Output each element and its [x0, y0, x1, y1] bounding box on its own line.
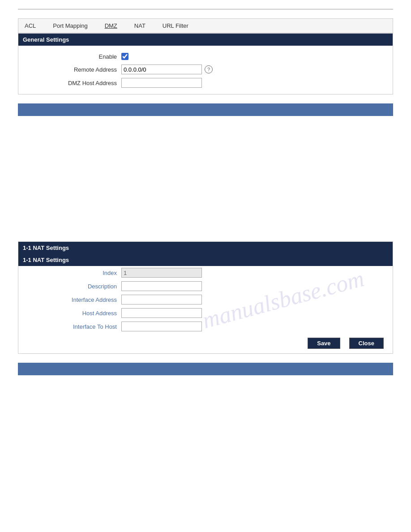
dmz-section-body: Enable Remote Address ? DMZ Host Address [18, 46, 393, 94]
host-address-label: Host Address [23, 310, 121, 317]
interface-to-host-control [121, 322, 202, 331]
index-row: Index [18, 266, 393, 279]
description-row: Description [18, 279, 393, 293]
remote-address-input[interactable] [121, 64, 202, 74]
index-label: Index [23, 270, 121, 276]
help-icon[interactable]: ? [205, 65, 213, 73]
tab-nat[interactable]: NAT [133, 21, 147, 30]
dmz-section-header: General Settings [18, 34, 393, 46]
remote-address-label: Remote Address [23, 66, 121, 73]
dmz-settings-box: General Settings Enable Remote Address ?… [18, 33, 393, 94]
tab-url-filter[interactable]: URL Filter [161, 21, 190, 30]
host-address-control [121, 308, 202, 318]
dmz-host-input[interactable] [121, 78, 202, 88]
spacer-area: manualsbase.com [18, 116, 393, 241]
save-button[interactable]: Save [308, 338, 340, 349]
button-row: Save Close [18, 333, 393, 353]
enable-label: Enable [23, 53, 121, 60]
dmz-host-row: DMZ Host Address [18, 76, 393, 90]
host-address-input[interactable] [121, 308, 202, 318]
dmz-host-control [121, 78, 202, 88]
enable-checkbox[interactable] [121, 53, 128, 60]
remote-address-control: ? [121, 64, 213, 74]
description-label: Description [23, 283, 121, 290]
index-control [121, 268, 202, 278]
page-wrapper: ACL Port Mapping DMZ NAT URL Filter Gene… [0, 0, 411, 532]
tab-port-mapping[interactable]: Port Mapping [51, 21, 89, 30]
interface-to-host-label: Interface To Host [23, 323, 121, 330]
blue-banner-2 [18, 363, 393, 375]
tab-bar: ACL Port Mapping DMZ NAT URL Filter [18, 18, 393, 33]
description-input[interactable] [121, 281, 202, 291]
blue-banner-1 [18, 103, 393, 116]
enable-control [121, 53, 128, 60]
interface-to-host-row: Interface To Host [18, 320, 393, 333]
nat-outer-header: 1-1 NAT Settings [18, 242, 393, 254]
enable-row: Enable [18, 50, 393, 63]
interface-address-label: Interface Address [23, 296, 121, 303]
remote-address-row: Remote Address ? [18, 63, 393, 76]
interface-address-row: Interface Address [18, 293, 393, 306]
interface-address-input[interactable] [121, 295, 202, 305]
tab-dmz[interactable]: DMZ [103, 21, 119, 30]
bottom-spacer [18, 375, 393, 510]
dmz-host-label: DMZ Host Address [23, 80, 121, 86]
interface-address-control [121, 295, 202, 305]
index-input[interactable] [121, 268, 202, 278]
description-control [121, 281, 202, 291]
interface-to-host-input[interactable] [121, 322, 202, 331]
host-address-row: Host Address [18, 306, 393, 320]
nat-settings-box: 1-1 NAT Settings 1-1 NAT Settings Index … [18, 241, 393, 354]
top-divider [18, 9, 393, 9]
nat-inner-header: 1-1 NAT Settings [18, 254, 393, 266]
tab-acl[interactable]: ACL [23, 21, 38, 30]
close-button[interactable]: Close [349, 338, 384, 349]
